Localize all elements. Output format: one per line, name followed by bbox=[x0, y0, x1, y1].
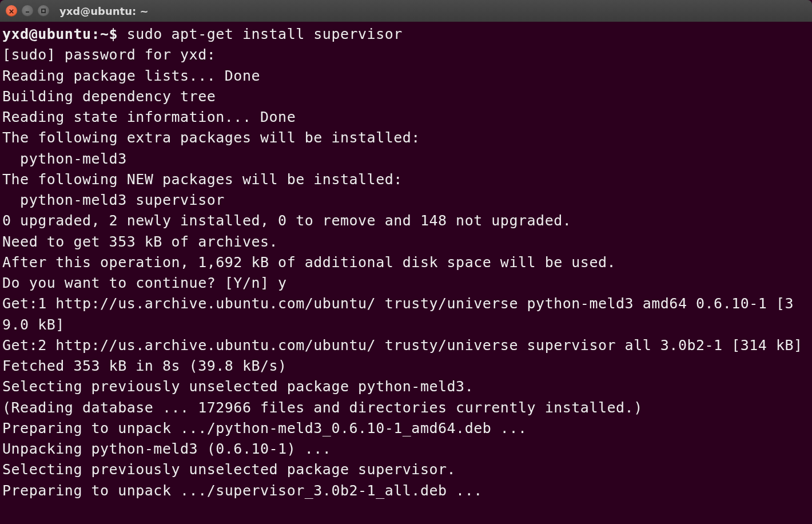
terminal-line: Fetched 353 kB in 8s (39.8 kB/s) bbox=[2, 358, 287, 374]
terminal-line: Preparing to unpack .../supervisor_3.0b2… bbox=[2, 482, 483, 499]
terminal-line: Unpacking python-meld3 (0.6.10-1) ... bbox=[2, 440, 331, 457]
terminal-line: Building dependency tree bbox=[2, 88, 216, 105]
titlebar: yxd@ubuntu: ~ bbox=[0, 0, 812, 22]
terminal-line: Preparing to unpack .../python-meld3_0.6… bbox=[2, 420, 527, 436]
terminal-command: sudo apt-get install supervisor bbox=[127, 26, 403, 42]
terminal-line: Selecting previously unselected package … bbox=[2, 461, 456, 478]
terminal-line: Selecting previously unselected package … bbox=[2, 378, 473, 395]
terminal-line: Reading package lists... Done bbox=[2, 68, 260, 84]
terminal-line: Get:2 http://us.archive.ubuntu.com/ubunt… bbox=[2, 337, 803, 354]
minimize-button[interactable] bbox=[22, 5, 33, 17]
svg-rect-3 bbox=[42, 9, 45, 13]
terminal-line: python-meld3 bbox=[2, 150, 127, 167]
terminal-line: (Reading database ... 172966 files and d… bbox=[2, 399, 643, 416]
close-icon bbox=[9, 7, 14, 15]
window-title: yxd@ubuntu: ~ bbox=[59, 5, 149, 17]
minimize-icon bbox=[25, 7, 30, 15]
terminal-line: Do you want to continue? [Y/n] y bbox=[2, 275, 287, 291]
terminal-line: 0 upgraded, 2 newly installed, 0 to remo… bbox=[2, 212, 571, 229]
terminal-area[interactable]: yxd@ubuntu:~$ sudo apt-get install super… bbox=[0, 22, 812, 503]
terminal-line: python-meld3 supervisor bbox=[2, 192, 225, 208]
terminal-line: The following extra packages will be ins… bbox=[2, 129, 420, 146]
terminal-line: Need to get 353 kB of archives. bbox=[2, 233, 278, 250]
maximize-button[interactable] bbox=[38, 5, 49, 17]
terminal-line: The following NEW packages will be insta… bbox=[2, 171, 403, 188]
maximize-icon bbox=[41, 7, 46, 15]
terminal-prompt: yxd@ubuntu:~$ bbox=[2, 26, 127, 42]
close-button[interactable] bbox=[6, 5, 17, 17]
window-buttons bbox=[6, 5, 49, 17]
terminal-line: After this operation, 1,692 kB of additi… bbox=[2, 254, 616, 271]
terminal-line: Reading state information... Done bbox=[2, 109, 296, 125]
terminal-line: Get:1 http://us.archive.ubuntu.com/ubunt… bbox=[2, 295, 794, 332]
terminal-line: [sudo] password for yxd: bbox=[2, 46, 216, 63]
